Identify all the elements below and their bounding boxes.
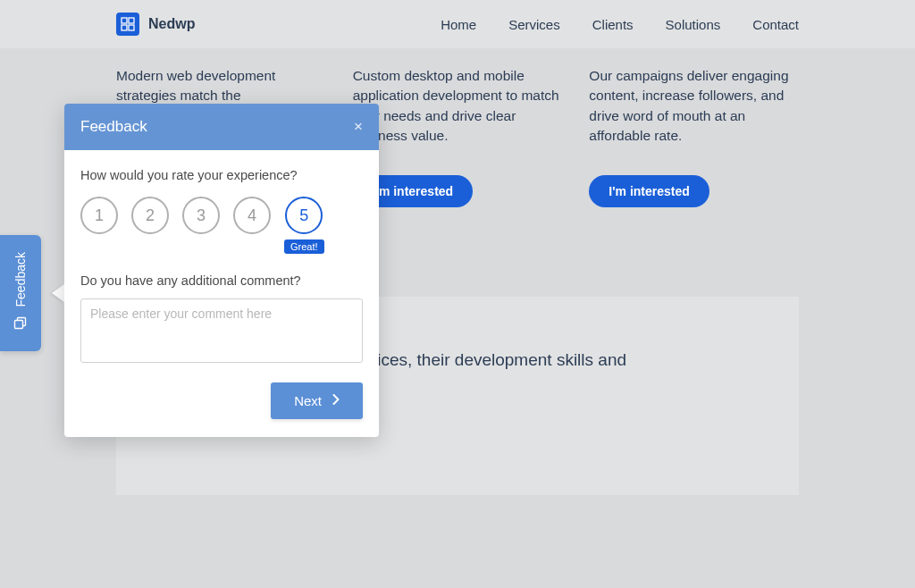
comment-input[interactable] xyxy=(80,298,363,363)
rating-1: 1 xyxy=(80,197,118,254)
rating-2: 2 xyxy=(131,197,169,254)
feedback-body: How would you rate your experience? 1 2 … xyxy=(64,150,379,382)
feedback-header: Feedback × xyxy=(64,104,379,150)
rating-circle-5[interactable]: 5 xyxy=(285,197,323,234)
next-button[interactable]: Next xyxy=(271,382,363,419)
svg-rect-2 xyxy=(122,25,127,30)
feedback-pointer-icon xyxy=(52,284,64,302)
card-text: Custom desktop and mobile application de… xyxy=(353,66,563,147)
nav-contact[interactable]: Contact xyxy=(752,17,799,32)
nav-solutions[interactable]: Solutions xyxy=(666,17,721,32)
nav-services[interactable]: Services xyxy=(508,17,560,32)
rating-circle-1[interactable]: 1 xyxy=(80,197,118,234)
rating-question: How would you rate your experience? xyxy=(80,168,363,182)
rating-3: 3 xyxy=(182,197,220,254)
comment-question: Do you have any additional comment? xyxy=(80,273,363,288)
rating-circle-3[interactable]: 3 xyxy=(182,197,220,234)
top-navbar: Nedwp Home Services Clients Solutions Co… xyxy=(0,0,915,48)
rating-5: 5 Great! xyxy=(284,197,324,254)
rating-options: 1 2 3 4 5 Great! xyxy=(80,197,363,254)
brand-name: Nedwp xyxy=(148,16,195,32)
svg-rect-3 xyxy=(129,25,134,30)
nav-clients[interactable]: Clients xyxy=(592,17,634,32)
feedback-side-tab[interactable]: Feedback xyxy=(0,235,41,351)
svg-rect-0 xyxy=(122,18,127,23)
card-app: Custom desktop and mobile application de… xyxy=(353,66,563,207)
interested-button[interactable]: I'm interested xyxy=(589,175,709,207)
copy-icon xyxy=(13,316,28,334)
main-nav: Home Services Clients Solutions Contact xyxy=(441,17,799,32)
rating-badge: Great! xyxy=(284,239,324,254)
nav-home[interactable]: Home xyxy=(441,17,476,32)
rating-circle-4[interactable]: 4 xyxy=(233,197,271,234)
chevron-right-icon xyxy=(332,394,340,407)
feedback-modal: Feedback × How would you rate your exper… xyxy=(64,104,379,437)
feedback-tab-label: Feedback xyxy=(13,252,28,307)
close-icon[interactable]: × xyxy=(354,118,363,136)
svg-rect-5 xyxy=(15,320,23,328)
rating-circle-2[interactable]: 2 xyxy=(131,197,169,234)
feedback-footer: Next xyxy=(64,382,379,437)
card-text: Our campaigns deliver engaging content, … xyxy=(589,66,799,147)
next-label: Next xyxy=(294,393,322,408)
svg-rect-1 xyxy=(129,18,134,23)
brand[interactable]: Nedwp xyxy=(116,13,195,36)
card-marketing: Our campaigns deliver engaging content, … xyxy=(589,66,799,207)
rating-4: 4 xyxy=(233,197,271,254)
brand-logo-icon xyxy=(116,13,139,36)
feedback-title: Feedback xyxy=(80,118,147,136)
